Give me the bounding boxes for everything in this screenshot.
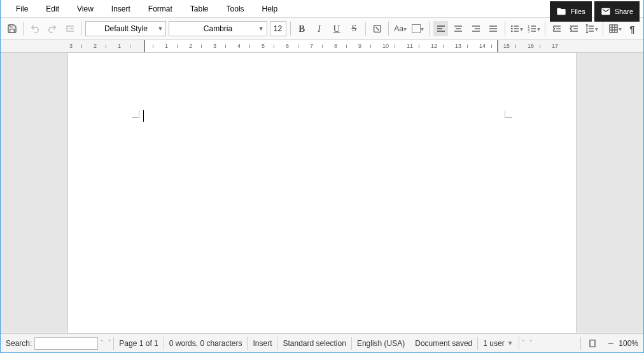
ruler-number: 13 [455, 43, 461, 49]
status-selection-mode[interactable]: Standard selection [277, 337, 351, 350]
chevron-down-icon: ▾ [595, 25, 598, 32]
align-right-button[interactable] [468, 21, 483, 36]
ruler-number: 2 [94, 43, 97, 49]
bullet-list-icon [510, 24, 520, 34]
separator [429, 22, 430, 36]
case-button[interactable]: Aa▾ [393, 21, 407, 36]
zoom-out-button[interactable]: − [608, 338, 613, 349]
align-left-icon [436, 24, 446, 34]
zoom-controls: − 100% [580, 337, 638, 350]
indent-decrease-icon [65, 24, 75, 34]
files-button[interactable]: Files [550, 1, 591, 22]
paragraph-style-combo[interactable]: Default Style ▼ [85, 21, 166, 36]
numbered-list-button[interactable]: 123▾ [526, 21, 541, 36]
page-margin-corner-tl [132, 110, 139, 118]
svg-line-4 [375, 27, 379, 30]
case-label: Aa [394, 24, 403, 33]
chevron-down-icon: ▾ [520, 25, 523, 32]
svg-point-17 [511, 25, 512, 26]
align-justify-button[interactable] [486, 21, 500, 36]
ruler-number: 3 [213, 43, 216, 49]
zoom-level[interactable]: 100% [619, 339, 638, 348]
separator [81, 22, 81, 36]
font-size-combo[interactable]: 12 [270, 21, 286, 36]
chevron-down-icon: ▼ [157, 25, 163, 32]
text-cursor [143, 110, 144, 122]
line-spacing-button[interactable]: ▾ [584, 21, 599, 36]
bullet-list-button[interactable]: ▾ [509, 21, 524, 36]
indent-decrease-button-2[interactable] [567, 21, 582, 36]
numbered-list-icon: 123 [527, 24, 537, 34]
separator [365, 22, 366, 36]
ruler-number: 17 [552, 43, 558, 49]
align-left-button[interactable] [433, 21, 448, 36]
align-center-button[interactable] [451, 21, 465, 36]
menu-insert[interactable]: Insert [102, 1, 139, 17]
table-icon [608, 24, 619, 34]
save-icon [7, 24, 17, 34]
save-button[interactable] [4, 21, 19, 36]
fit-page-button[interactable] [580, 337, 603, 350]
ruler-number: 7 [310, 43, 313, 49]
status-language[interactable]: English (USA) [352, 337, 410, 350]
fit-page-icon [587, 338, 598, 349]
menu-view[interactable]: View [68, 1, 102, 17]
strikethrough-button[interactable]: S [347, 21, 361, 36]
horizontal-ruler[interactable]: 3211234567891011121314151617 [1, 40, 643, 53]
ruler-page-area [144, 40, 497, 52]
menu-file[interactable]: File [7, 1, 37, 17]
menu-tools[interactable]: Tools [218, 1, 253, 17]
status-page[interactable]: Page 1 of 1 [113, 337, 164, 350]
separator [505, 22, 505, 36]
clear-formatting-button[interactable] [370, 21, 384, 36]
folder-icon [556, 6, 566, 17]
chevron-down-icon: ▾ [403, 25, 407, 32]
indent-decrease-button[interactable] [62, 21, 77, 36]
underline-button[interactable]: U [329, 21, 344, 36]
document-workspace [1, 53, 643, 333]
document-page[interactable] [67, 53, 577, 333]
status-insert-mode[interactable]: Insert [248, 337, 277, 350]
menu-format[interactable]: Format [139, 1, 181, 17]
status-wordcount[interactable]: 0 words, 0 characters [164, 337, 248, 350]
line-spacing-icon [585, 24, 595, 34]
paragraph-style-value: Default Style [104, 24, 148, 33]
separator [290, 22, 291, 36]
highlight-icon [412, 24, 421, 33]
highlight-color-button[interactable]: ▾ [410, 21, 425, 36]
insert-table-button[interactable]: ▾ [607, 21, 622, 36]
undo-button[interactable] [27, 21, 42, 36]
font-name-combo[interactable]: Cambria ▼ [169, 21, 267, 36]
chevron-down-icon: ▼ [258, 25, 264, 32]
clear-format-icon [372, 24, 382, 34]
status-save-state: Document saved [410, 337, 478, 350]
bold-button[interactable]: B [295, 21, 309, 36]
search-next-button[interactable]: ˅ [106, 339, 113, 348]
share-button[interactable]: Share [594, 1, 640, 22]
status-users[interactable]: 1 user ▼ [478, 337, 519, 350]
ruler-number: 6 [286, 43, 289, 49]
formatting-marks-button[interactable]: ¶ [625, 21, 640, 36]
ruler-left-margin-marker[interactable] [144, 40, 145, 52]
mail-icon [601, 6, 611, 17]
ruler-number: 1 [165, 43, 168, 49]
align-right-icon [471, 24, 481, 34]
font-name-value: Cambria [204, 24, 232, 33]
indent-increase-button[interactable] [549, 21, 564, 36]
redo-icon [47, 24, 57, 34]
ruler-right-margin-marker[interactable] [497, 40, 498, 52]
italic-button[interactable]: I [312, 21, 326, 36]
page-up-button[interactable]: ˄ [519, 339, 527, 348]
search-label: Search: [6, 339, 32, 348]
page-down-button[interactable]: ˅ [527, 339, 535, 348]
ruler-number: 14 [479, 43, 486, 49]
menu-table[interactable]: Table [181, 1, 218, 17]
chevron-down-icon: ▾ [619, 25, 622, 32]
search-input[interactable] [34, 337, 98, 350]
redo-button[interactable] [45, 21, 60, 36]
ruler-number: 9 [358, 43, 361, 49]
search-prev-button[interactable]: ˄ [98, 339, 106, 348]
menu-help[interactable]: Help [253, 1, 287, 17]
menu-edit[interactable]: Edit [37, 1, 68, 17]
ruler-number: 5 [262, 43, 265, 49]
